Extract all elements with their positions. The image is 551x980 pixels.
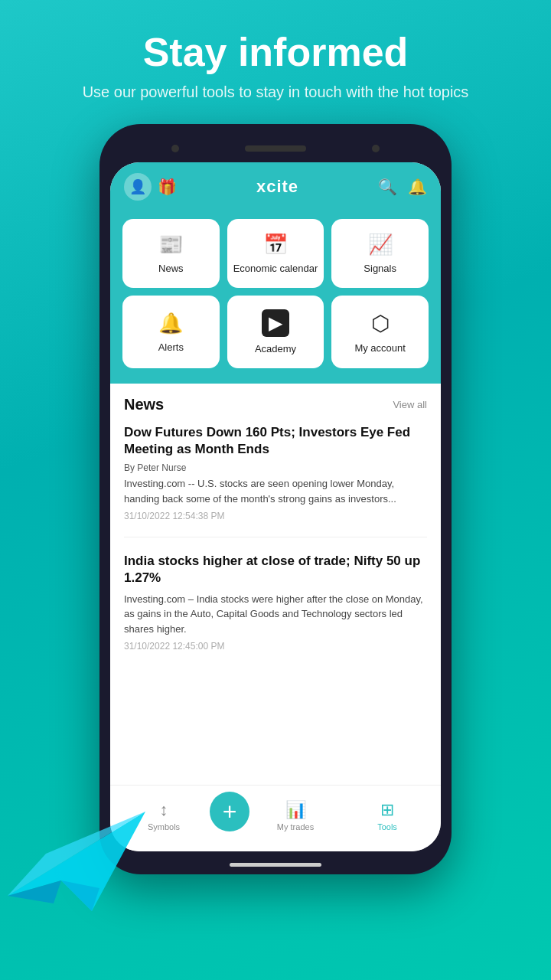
phone-speaker <box>245 145 306 152</box>
my-account-label: My account <box>354 342 405 354</box>
nav-item-tools[interactable]: ⊞ Tools <box>341 800 433 831</box>
page-title: Stay informed <box>83 31 469 74</box>
home-indicator <box>230 863 321 867</box>
news-item-1-author: By Peter Nurse <box>124 462 427 473</box>
page-header: Stay informed Use our powerful tools to … <box>67 0 484 109</box>
menu-item-economic-calendar[interactable]: 📅 Economic calendar <box>227 219 324 288</box>
app-header-right: 🔍 🔔 <box>378 178 427 196</box>
menu-item-academy[interactable]: ▶ Academy <box>227 296 324 368</box>
menu-item-news[interactable]: 📰 News <box>122 219 220 288</box>
academy-icon: ▶ <box>262 309 289 337</box>
paper-plane-svg <box>0 796 153 919</box>
bell-icon[interactable]: 🔔 <box>408 178 427 196</box>
news-item-2-title: India stocks higher at close of trade; N… <box>124 553 427 586</box>
signals-icon: 📈 <box>368 233 393 256</box>
paper-plane-decoration <box>0 796 153 919</box>
phone-screen: 👤 🎁 xcite 🔍 🔔 📰 News 📅 Economic calendar… <box>110 162 441 851</box>
my-trades-label: My trades <box>277 822 314 831</box>
avatar[interactable]: 👤 <box>124 173 152 201</box>
nav-fab-button[interactable]: + <box>210 792 249 831</box>
symbols-icon: ↕ <box>160 800 168 820</box>
news-view-all[interactable]: View all <box>393 399 427 410</box>
search-icon[interactable]: 🔍 <box>378 178 397 196</box>
menu-item-my-account[interactable]: ⬡ My account <box>331 296 429 368</box>
gift-icon[interactable]: 🎁 <box>158 178 177 196</box>
news-item-1-time: 31/10/2022 12:54:38 PM <box>124 511 427 521</box>
app-logo: xcite <box>256 177 298 197</box>
news-item-1-title: Dow Futures Down 160 Pts; Investors Eye … <box>124 424 427 458</box>
calendar-icon: 📅 <box>263 233 288 256</box>
phone-camera-right <box>372 145 380 152</box>
economic-calendar-label: Economic calendar <box>233 263 318 274</box>
news-label: News <box>158 263 184 274</box>
avatar-icon: 👤 <box>129 178 146 195</box>
news-section-title: News <box>124 396 164 413</box>
nav-item-my-trades[interactable]: 📊 My trades <box>249 800 341 831</box>
news-item-2-time: 31/10/2022 12:45:00 PM <box>124 641 427 652</box>
news-icon: 📰 <box>158 233 183 256</box>
phone-camera-left <box>171 145 179 152</box>
news-section: News View all Dow Futures Down 160 Pts; … <box>110 384 441 785</box>
news-item-2[interactable]: India stocks higher at close of trade; N… <box>124 553 427 667</box>
page-subtitle: Use our powerful tools to stay in touch … <box>83 83 469 101</box>
menu-item-signals[interactable]: 📈 Signals <box>331 219 429 288</box>
news-item-1[interactable]: Dow Futures Down 160 Pts; Investors Eye … <box>124 424 427 537</box>
phone-shell: 👤 🎁 xcite 🔍 🔔 📰 News 📅 Economic calendar… <box>99 124 452 874</box>
phone-notch-bar <box>110 138 441 159</box>
bottom-nav: ↕ Symbols + 📊 My trades ⊞ Tools <box>110 785 441 851</box>
tools-label: Tools <box>377 822 397 831</box>
app-header-left: 👤 🎁 <box>124 173 177 201</box>
app-header: 👤 🎁 xcite 🔍 🔔 <box>110 162 441 211</box>
news-header: News View all <box>124 396 427 413</box>
signals-label: Signals <box>364 263 396 274</box>
menu-grid: 📰 News 📅 Economic calendar 📈 Signals 🔔 A… <box>110 211 441 384</box>
fab-plus-icon: + <box>223 799 237 824</box>
menu-item-alerts[interactable]: 🔔 Alerts <box>122 296 220 368</box>
account-icon: ⬡ <box>371 311 390 336</box>
academy-label: Academy <box>255 343 296 354</box>
my-trades-icon: 📊 <box>285 800 306 820</box>
alerts-icon: 🔔 <box>158 312 183 335</box>
news-item-2-excerpt: Investing.com – India stocks were higher… <box>124 592 427 637</box>
news-item-1-excerpt: Investing.com -- U.S. stocks are seen op… <box>124 476 427 506</box>
tools-icon: ⊞ <box>380 800 394 820</box>
alerts-label: Alerts <box>158 341 184 353</box>
